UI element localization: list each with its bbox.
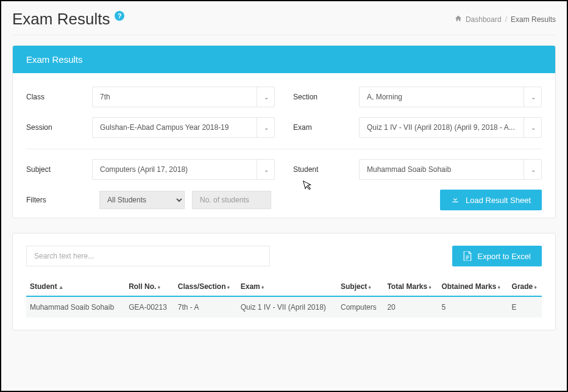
exam-label: Exam [293, 123, 359, 132]
table-row[interactable]: Muhammad Soaib Sohaib GEA-00213 7th - A … [26, 296, 542, 318]
file-icon [463, 251, 472, 261]
col-subject[interactable]: Subject♦ [337, 277, 383, 296]
breadcrumb-dashboard[interactable]: Dashboard [466, 15, 502, 24]
breadcrumb-separator: / [505, 15, 507, 24]
breadcrumb-current: Exam Results [511, 15, 556, 24]
sort-icon: ♦ [227, 284, 229, 290]
col-exam[interactable]: Exam♦ [237, 277, 337, 296]
col-classsec[interactable]: Class/Section♦ [174, 277, 237, 296]
col-student[interactable]: Student▲ [26, 277, 125, 296]
cell-roll: GEA-00213 [125, 296, 174, 318]
divider [26, 149, 542, 149]
export-to-excel-button[interactable]: Export to Excel [452, 246, 542, 266]
export-button-label: Export to Excel [478, 252, 531, 261]
results-table: Student▲ Roll No.♦ Class/Section♦ Exam♦ … [26, 277, 542, 318]
section-select[interactable]: A, Morning ⌄ [359, 87, 542, 107]
load-button-label: Load Result Sheet [466, 196, 531, 205]
cell-exam: Quiz 1 IV - VII (April 2018) [237, 296, 337, 318]
breadcrumb: Dashboard / Exam Results [455, 15, 556, 24]
student-label: Student [293, 165, 359, 174]
section-label: Section [293, 93, 359, 101]
cell-obtained: 5 [438, 296, 508, 318]
sort-asc-icon: ▲ [59, 284, 63, 290]
sort-icon: ♦ [368, 284, 370, 290]
page-header: Exam Results ? Dashboard / Exam Results [12, 7, 556, 35]
col-grade[interactable]: Grade♦ [508, 277, 542, 296]
session-label: Session [26, 123, 92, 132]
class-label: Class [26, 93, 92, 101]
col-total[interactable]: Total Marks♦ [383, 277, 438, 296]
cell-grade: E [508, 296, 542, 318]
col-roll[interactable]: Roll No.♦ [125, 277, 174, 296]
results-panel: Export to Excel Student▲ Roll No.♦ Class… [12, 233, 556, 330]
search-input[interactable] [26, 246, 270, 266]
filter-panel: Exam Results Class 7th ⌄ Section A, Morn… [12, 45, 556, 218]
sort-icon: ♦ [157, 284, 159, 290]
help-icon[interactable]: ? [115, 11, 124, 21]
subject-select[interactable]: Computers (April 17, 2018) ⌄ [92, 159, 275, 180]
filters-select[interactable]: All Students [99, 191, 185, 209]
filters-label: Filters [26, 196, 92, 204]
students-count-input[interactable] [192, 191, 271, 209]
page-title: Exam Results [12, 10, 110, 29]
panel-title: Exam Results [13, 46, 555, 73]
col-obtained[interactable]: Obtained Marks♦ [438, 277, 508, 296]
sort-icon: ♦ [428, 284, 430, 290]
cell-classsec: 7th - A [174, 296, 237, 318]
sort-icon: ♦ [261, 284, 263, 290]
cell-subject: Computers [337, 296, 383, 318]
subject-label: Subject [26, 165, 92, 174]
sort-icon: ♦ [534, 284, 536, 290]
home-icon [455, 15, 462, 24]
student-select[interactable]: Muhammad Soaib Sohaib ⌄ [359, 159, 542, 180]
download-icon [451, 195, 460, 205]
cell-student: Muhammad Soaib Sohaib [26, 296, 125, 318]
cell-total: 20 [383, 296, 438, 318]
load-result-sheet-button[interactable]: Load Result Sheet [440, 190, 542, 210]
class-select[interactable]: 7th ⌄ [92, 87, 275, 107]
session-select[interactable]: Gulshan-E-Abad Campus Year 2018-19 ⌄ [92, 117, 275, 138]
sort-icon: ♦ [497, 284, 499, 290]
exam-select[interactable]: Quiz 1 IV - VII (April 2018) (April 9, 2… [359, 117, 542, 138]
